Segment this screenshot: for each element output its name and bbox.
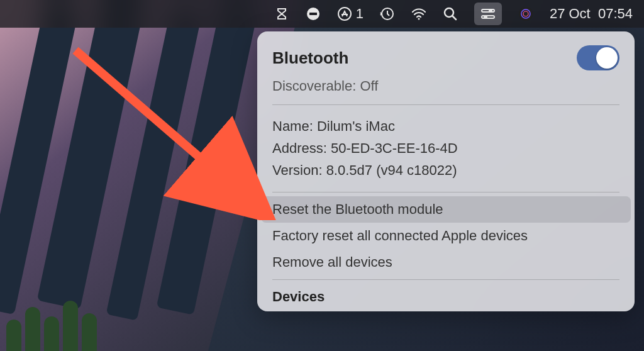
address-row: Address: 50-ED-3C-EE-16-4D (272, 137, 619, 159)
menubar-app-s-icon[interactable] (274, 6, 289, 21)
name-row: Name: Dilum's iMac (272, 115, 619, 137)
svg-rect-1 (309, 13, 317, 15)
menubar: 1 27 Oct 07:54 (0, 0, 644, 28)
version-row: Version: 8.0.5d7 (v94 c18022) (272, 159, 619, 181)
menubar-control-center-icon[interactable] (474, 3, 502, 25)
action-reset-bluetooth-module[interactable]: Reset the Bluetooth module (261, 196, 631, 223)
wallpaper-grass (0, 288, 252, 351)
action-factory-reset-devices[interactable]: Factory reset all connected Apple device… (261, 223, 631, 249)
menubar-spotlight-icon[interactable] (443, 6, 458, 21)
menubar-appstore-badge: 1 (356, 6, 364, 22)
svg-point-4 (418, 18, 419, 20)
menubar-clock[interactable]: 27 Oct 07:54 (550, 6, 633, 22)
panel-title: Bluetooth (272, 48, 348, 68)
svg-point-7 (489, 9, 492, 13)
discoverable-row: Discoverable: Off (257, 78, 635, 104)
svg-point-9 (484, 15, 487, 19)
menubar-dnd-icon[interactable] (306, 6, 321, 21)
bluetooth-panel: Bluetooth Discoverable: Off Name: Dilum'… (257, 31, 635, 311)
menubar-siri-icon[interactable] (518, 6, 533, 21)
action-remove-all-devices[interactable]: Remove all devices (261, 249, 631, 276)
menubar-timemachine-icon[interactable] (380, 6, 395, 21)
menubar-appstore-icon[interactable]: 1 (337, 6, 364, 22)
bluetooth-toggle[interactable] (577, 45, 619, 70)
devices-section-title: Devices (257, 280, 635, 305)
menubar-wifi-icon[interactable] (411, 6, 426, 21)
